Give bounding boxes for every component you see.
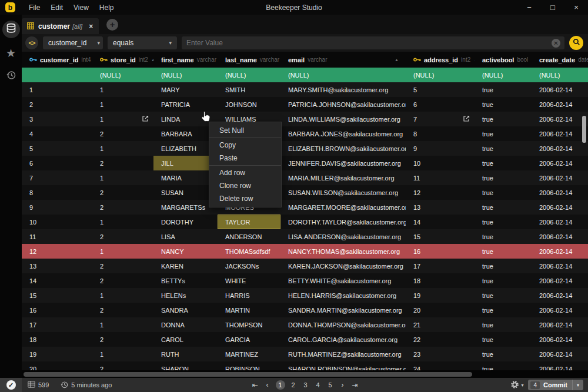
table-cell[interactable]: DONNA.THOMPSON@sakilacustomer.org bbox=[280, 317, 406, 332]
table-cell[interactable]: 2006-02-14 bbox=[532, 332, 588, 347]
table-cell[interactable]: 16 bbox=[406, 244, 475, 259]
table-cell[interactable]: THOMPSON bbox=[218, 317, 280, 332]
table-cell[interactable]: ELIZABETH bbox=[153, 141, 218, 156]
table-cell[interactable]: HARRIS bbox=[218, 288, 280, 303]
table-cell[interactable]: MARY.SMITH@sakilacustomer.org bbox=[280, 82, 406, 97]
first-page-button[interactable]: ⇤ bbox=[251, 381, 259, 389]
table-cell[interactable]: 10 bbox=[22, 215, 92, 229]
table-cell[interactable]: 2 bbox=[92, 126, 153, 141]
last-page-button[interactable]: ⇥ bbox=[351, 381, 359, 389]
table-cell[interactable]: 3 bbox=[22, 112, 92, 126]
table-cell[interactable]: 2006-02-14 bbox=[532, 141, 588, 156]
table-row[interactable]: 92MARGARETSsMOORESMARGARET.MOORE@sakilac… bbox=[22, 200, 588, 215]
table-row[interactable]: 151HELENsHARRISHELEN.HARRIS@sakilacustom… bbox=[22, 288, 588, 303]
sidebar-item-tables[interactable] bbox=[2, 21, 20, 38]
table-cell[interactable]: MARIA.MILLER@sakilacustomer.org bbox=[280, 170, 406, 185]
table-row[interactable]: 11MARYSMITHMARY.SMITH@sakilacustomer.org… bbox=[22, 82, 588, 97]
table-cell[interactable]: THOMASsdfsdf bbox=[218, 244, 280, 259]
table-cell[interactable]: 1 bbox=[92, 112, 153, 126]
table-cell[interactable]: 16 bbox=[22, 303, 92, 317]
new-tab-button[interactable]: + bbox=[106, 19, 118, 31]
insert-cell[interactable]: (NULL) bbox=[218, 68, 280, 82]
table-row[interactable]: 121NANCYTHOMASsdfsdfNANCY.THOMAS@sakilac… bbox=[22, 244, 588, 259]
menu-view[interactable]: View bbox=[68, 1, 94, 14]
column-header-customer_id[interactable]: customer_idint4▲ bbox=[22, 52, 92, 68]
table-cell[interactable]: true bbox=[475, 303, 532, 317]
horizontal-scrollbar-thumb[interactable] bbox=[24, 372, 472, 377]
table-cell[interactable]: 2006-02-14 bbox=[532, 317, 588, 332]
context-menu-item-add-row[interactable]: Add row bbox=[209, 166, 281, 179]
last-refreshed[interactable]: 5 minutes ago bbox=[61, 381, 112, 390]
column-header-first_name[interactable]: first_namevarchar▲ bbox=[153, 52, 218, 68]
table-cell[interactable]: 8 bbox=[22, 185, 92, 200]
table-cell[interactable]: 18 bbox=[406, 273, 475, 288]
table-cell[interactable]: 2006-02-14 bbox=[532, 215, 588, 229]
table-cell[interactable]: 2006-02-14 bbox=[532, 229, 588, 244]
table-cell[interactable]: 2 bbox=[92, 259, 153, 273]
clear-filter-icon[interactable]: ✕ bbox=[552, 39, 560, 48]
table-cell[interactable]: 4 bbox=[22, 126, 92, 141]
context-menu-item-clone-row[interactable]: Clone row bbox=[209, 179, 281, 192]
table-cell[interactable]: 1 bbox=[92, 317, 153, 332]
table-cell[interactable]: KAREN.JACKSON@sakilacustomer.org bbox=[280, 259, 406, 273]
table-cell[interactable]: 19 bbox=[406, 288, 475, 303]
table-cell[interactable]: 14 bbox=[406, 215, 475, 229]
table-cell[interactable]: 6 bbox=[22, 156, 92, 170]
page-button-2[interactable]: 2 bbox=[289, 381, 298, 388]
table-cell[interactable]: true bbox=[475, 332, 532, 347]
table-cell[interactable]: 2006-02-14 bbox=[532, 185, 588, 200]
table-cell[interactable]: 2006-02-14 bbox=[532, 97, 588, 112]
table-cell[interactable]: NANCY.THOMAS@sakilacustomer.org bbox=[280, 244, 406, 259]
table-cell[interactable]: 10 bbox=[406, 156, 475, 170]
table-cell[interactable]: DOROTHY.TAYLOR@sakilacustomer.org bbox=[280, 215, 406, 229]
table-cell[interactable]: 5 bbox=[22, 141, 92, 156]
table-cell[interactable]: true bbox=[475, 259, 532, 273]
table-cell[interactable]: 22 bbox=[406, 332, 475, 347]
column-header-email[interactable]: emailvarchar▲ bbox=[280, 52, 406, 68]
table-cell[interactable]: 12 bbox=[22, 244, 92, 259]
tab-customer[interactable]: customer [all] × bbox=[22, 18, 99, 34]
table-row[interactable]: 51ELIZABETHBROWNELIZABETH.BROWN@sakilacu… bbox=[22, 141, 588, 156]
table-cell[interactable]: 14 bbox=[22, 273, 92, 288]
context-menu-item-paste[interactable]: Paste bbox=[209, 152, 281, 165]
table-cell[interactable]: 1 bbox=[92, 170, 153, 185]
table-cell[interactable]: true bbox=[475, 273, 532, 288]
table-cell[interactable]: 20 bbox=[406, 303, 475, 317]
table-cell[interactable]: true bbox=[475, 82, 532, 97]
table-cell[interactable]: 1 bbox=[92, 215, 153, 229]
table-cell[interactable]: 1 bbox=[22, 82, 92, 97]
column-header-store_id[interactable]: store_idint2▲ bbox=[92, 52, 153, 68]
table-cell[interactable]: 1 bbox=[92, 288, 153, 303]
table-cell[interactable]: 1 bbox=[92, 141, 153, 156]
table-cell[interactable]: 15 bbox=[406, 229, 475, 244]
table-cell[interactable]: 2 bbox=[92, 185, 153, 200]
insert-cell[interactable]: (NULL) bbox=[153, 68, 218, 82]
table-cell[interactable]: true bbox=[475, 185, 532, 200]
table-cell[interactable]: 2 bbox=[92, 229, 153, 244]
table-cell[interactable]: ELIZABETH.BROWN@sakilacustomer.org bbox=[280, 141, 406, 156]
table-cell[interactable]: 12 bbox=[406, 185, 475, 200]
table-cell[interactable]: CAROL.GARCIA@sakilacustomer.org bbox=[280, 332, 406, 347]
insert-cell[interactable]: (NULL) bbox=[406, 68, 475, 82]
table-cell[interactable]: BETTY.WHITE@sakilacustomer.org bbox=[280, 273, 406, 288]
table-cell[interactable]: 1 bbox=[92, 97, 153, 112]
table-cell[interactable]: MARGARETSs bbox=[153, 200, 218, 215]
page-button-3[interactable]: 3 bbox=[302, 381, 310, 388]
sql-toggle-button[interactable]: <> bbox=[25, 36, 38, 49]
table-cell[interactable]: MARGARET.MOORE@sakilacustomer.org bbox=[280, 200, 406, 215]
sidebar-item-favorites[interactable]: ★ bbox=[2, 44, 20, 62]
table-row[interactable]: 21PATRICIAJOHNSONPATRICIA.JOHNSON@sakila… bbox=[22, 97, 588, 112]
table-cell[interactable]: 9 bbox=[22, 200, 92, 215]
table-row[interactable]: 101DOROTHYTAYLORDOROTHY.TAYLOR@sakilacus… bbox=[22, 215, 588, 229]
commit-dropdown-button[interactable]: ▾ bbox=[573, 383, 583, 388]
table-cell[interactable]: 2 bbox=[92, 303, 153, 317]
table-cell[interactable]: 2006-02-14 bbox=[532, 288, 588, 303]
table-row[interactable]: 132KARENJACKSONsKAREN.JACKSON@sakilacust… bbox=[22, 259, 588, 273]
table-cell[interactable]: DOROTHY bbox=[153, 215, 218, 229]
table-cell[interactable]: 7 bbox=[406, 112, 475, 126]
table-row[interactable]: 171DONNATHOMPSONDONNA.THOMPSON@sakilacus… bbox=[22, 317, 588, 332]
table-cell[interactable]: DONNA bbox=[153, 317, 218, 332]
table-row[interactable]: 71MARIAMARIA.MILLER@sakilacustomer.org11… bbox=[22, 170, 588, 185]
table-cell[interactable]: SANDRA bbox=[153, 303, 218, 317]
table-cell[interactable]: SUSAN.WILSON@sakilacustomer.org bbox=[280, 185, 406, 200]
